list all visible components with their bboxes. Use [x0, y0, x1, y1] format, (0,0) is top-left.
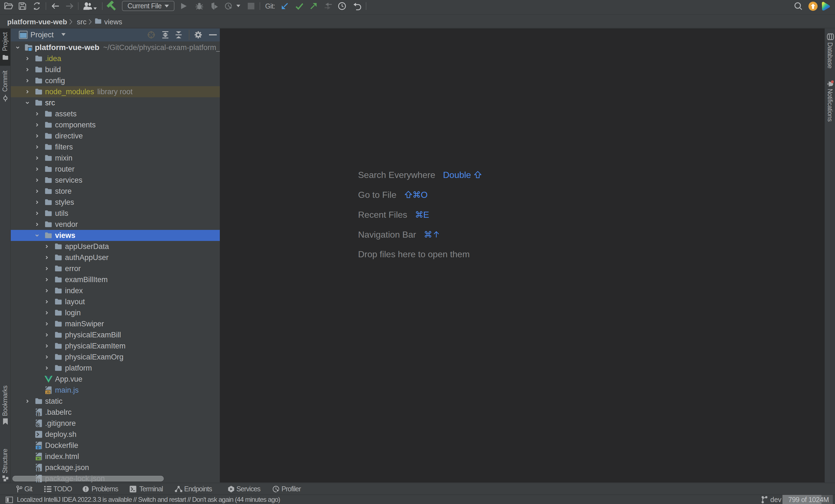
svg-text:{}: {}	[36, 466, 40, 471]
svg-text:{}: {}	[36, 411, 40, 416]
svg-text:D: D	[37, 446, 40, 449]
svg-text:H: H	[37, 457, 40, 460]
svg-text:JS: JS	[46, 391, 49, 394]
